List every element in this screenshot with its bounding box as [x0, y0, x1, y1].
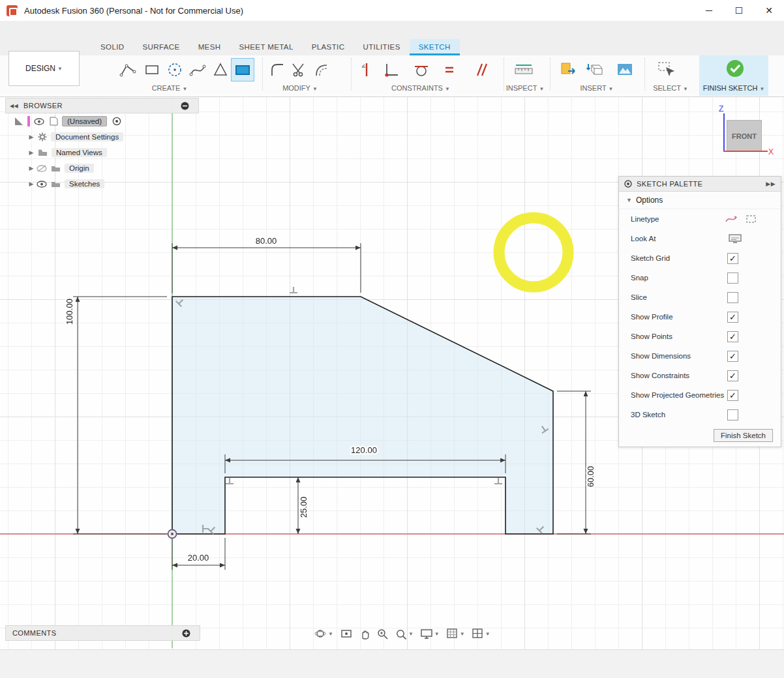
measure-tool-button[interactable]: [513, 59, 535, 81]
row-label: Snap: [631, 274, 727, 282]
workspace-selector[interactable]: DESIGN▼: [8, 51, 80, 86]
line-tool-button[interactable]: [117, 59, 139, 81]
expand-arrow-icon[interactable]: ▶: [27, 149, 35, 156]
modify-group-label[interactable]: MODIFY▼: [264, 84, 336, 92]
insert-mesh-button[interactable]: [584, 59, 607, 81]
show-constraints-checkbox[interactable]: [727, 370, 738, 381]
expand-arrow-icon[interactable]: ▶: [27, 181, 35, 187]
viewcube[interactable]: Z FRONT X: [716, 103, 778, 163]
eye-icon[interactable]: [37, 181, 47, 188]
finish-sketch-palette-button[interactable]: Finish Sketch: [714, 429, 773, 442]
browser-root-row[interactable]: (Unsaved): [5, 113, 199, 129]
grid-snaps-button[interactable]: ▼: [447, 628, 465, 639]
parallel-constraint-button[interactable]: [469, 59, 491, 81]
tab-solid[interactable]: SOLID: [91, 39, 134, 55]
snap-checkbox[interactable]: [727, 273, 738, 284]
sketch-palette-header[interactable]: SKETCH PALETTE ▶▶: [619, 177, 781, 192]
fit-button[interactable]: ▼: [395, 628, 414, 640]
look-at-button[interactable]: [340, 628, 352, 639]
zoom-button[interactable]: [377, 628, 388, 640]
record-icon: [624, 180, 632, 188]
close-button[interactable]: ✕: [754, 0, 784, 20]
tab-plastic[interactable]: PLASTIC: [303, 39, 354, 55]
viewports-button[interactable]: ▼: [472, 628, 490, 639]
tab-sheet-metal[interactable]: SHEET METAL: [230, 39, 302, 55]
browser-item-named-views[interactable]: ▶ Named Views: [5, 145, 199, 160]
constraints-group-label[interactable]: CONSTRAINTS▼: [378, 84, 463, 92]
orbit-button[interactable]: ▼: [314, 628, 333, 640]
fit-icon: [395, 628, 406, 640]
sketch-grid-checkbox[interactable]: [727, 253, 738, 264]
eye-icon[interactable]: [34, 118, 44, 125]
eye-off-icon[interactable]: [37, 165, 47, 172]
browser-item-label[interactable]: Sketches: [65, 179, 104, 188]
expand-arrow-icon[interactable]: ▶: [27, 165, 35, 171]
insert-group-label[interactable]: INSERT▼: [564, 84, 629, 92]
rectangle-tool-button[interactable]: [141, 59, 163, 81]
browser-item-document-settings[interactable]: ▶ Document Settings: [5, 129, 199, 145]
equal-constraint-icon: [441, 61, 458, 78]
spline-tool-button[interactable]: [187, 59, 209, 81]
expand-arrow-icon[interactable]: ▶: [27, 134, 35, 140]
caret-down-icon: ▼: [445, 86, 450, 92]
finish-sketch-label[interactable]: FINISH SKETCH▼: [699, 84, 768, 92]
viewcube-z-label: Z: [719, 104, 723, 113]
two-point-rectangle-tool-button[interactable]: [231, 58, 254, 81]
remove-icon[interactable]: [181, 102, 189, 110]
caret-down-icon: ▼: [485, 631, 490, 637]
maximize-button[interactable]: ☐: [724, 0, 754, 20]
window-title: Autodesk Fusion 360 (Personal - Not for …: [24, 6, 243, 16]
offset-tool-button[interactable]: [310, 59, 332, 81]
show-profile-checkbox[interactable]: [727, 312, 738, 323]
select-tool-button[interactable]: [656, 59, 678, 81]
selection-bar: [27, 116, 30, 126]
fillet-tool-button[interactable]: [266, 59, 288, 81]
browser-item-label[interactable]: Origin: [65, 164, 94, 173]
3d-sketch-checkbox[interactable]: [727, 409, 738, 420]
viewcube-front-face[interactable]: FRONT: [727, 120, 762, 152]
canvas-tool-button[interactable]: [614, 59, 636, 81]
viewcube-x-label: X: [768, 147, 774, 156]
comment-add-icon[interactable]: [182, 629, 190, 638]
minimize-button[interactable]: ─: [694, 0, 724, 20]
coincident-constraint-button[interactable]: [381, 59, 403, 81]
browser-item-label[interactable]: Named Views: [52, 148, 107, 157]
polygon-tool-button[interactable]: [209, 59, 232, 81]
tab-utilities[interactable]: UTILITIES: [354, 39, 409, 55]
circle-tool-button[interactable]: [164, 59, 186, 81]
construction-icon[interactable]: [746, 214, 757, 224]
pan-button[interactable]: [359, 628, 370, 640]
grid-settings-icon: [447, 628, 458, 639]
comments-panel-header[interactable]: COMMENTS: [5, 625, 200, 641]
trim-tool-button[interactable]: [288, 59, 310, 81]
vertical-constraint-button[interactable]: [355, 59, 378, 81]
select-group-label[interactable]: SELECT▼: [638, 84, 703, 92]
show-points-checkbox[interactable]: [727, 331, 738, 342]
collapse-icon[interactable]: ◀◀: [10, 103, 18, 109]
target-icon[interactable]: [112, 117, 121, 126]
gear-icon: [38, 132, 47, 141]
options-section-header[interactable]: ▼ Options: [619, 192, 781, 209]
display-settings-button[interactable]: ▼: [421, 628, 440, 639]
tangent-constraint-button[interactable]: [410, 59, 432, 81]
finish-sketch-icon-wrap[interactable]: [724, 57, 746, 80]
show-dimensions-checkbox[interactable]: [727, 351, 738, 362]
inspect-group-label[interactable]: INSPECT▼: [492, 84, 558, 92]
browser-item-sketches[interactable]: ▶ Sketches: [5, 176, 199, 192]
create-group-label[interactable]: CREATE▼: [130, 84, 209, 92]
show-projected-geometries-checkbox[interactable]: [727, 390, 738, 401]
tab-surface[interactable]: SURFACE: [134, 39, 189, 55]
browser-item-origin[interactable]: ▶ Origin: [5, 160, 199, 176]
root-label[interactable]: (Unsaved): [62, 116, 107, 126]
row-label: Slice: [631, 293, 727, 301]
browser-item-label[interactable]: Document Settings: [51, 132, 123, 141]
slice-checkbox[interactable]: [727, 292, 738, 303]
tab-mesh[interactable]: MESH: [189, 39, 230, 55]
linetype-icon[interactable]: [725, 214, 738, 224]
tab-sketch[interactable]: SKETCH: [410, 39, 460, 55]
look-at-icon[interactable]: [729, 234, 742, 244]
browser-header[interactable]: ◀◀ BROWSER: [5, 98, 199, 113]
insert-derive-button[interactable]: [558, 59, 580, 81]
equal-constraint-button[interactable]: [438, 59, 460, 81]
expand-right-icon[interactable]: ▶▶: [766, 181, 776, 187]
